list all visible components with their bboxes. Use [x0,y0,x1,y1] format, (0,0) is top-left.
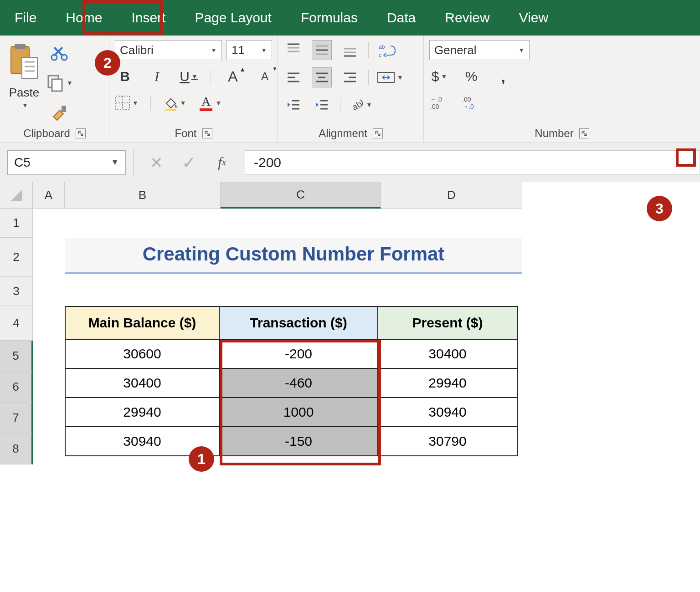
decrease-indent-icon [286,97,301,112]
underline-button[interactable]: U▼ [179,66,199,87]
row-header-4[interactable]: 4 [0,306,33,341]
number-format-combo[interactable]: General ▼ [429,40,530,60]
tab-review[interactable]: Review [430,0,504,36]
increase-decimal-button[interactable]: ←.0.00 [429,93,449,113]
enter-formula-button[interactable]: ✓ [179,153,199,173]
bold-button[interactable]: B [115,66,135,87]
svg-text:c: c [379,52,381,58]
cancel-formula-button[interactable]: ✕ [146,153,166,173]
cell-d6[interactable]: 29940 [378,368,517,398]
align-right-button[interactable] [340,67,360,87]
align-top-icon [286,42,301,58]
font-size-combo[interactable]: 11 ▼ [226,40,272,60]
insert-function-button[interactable]: fx [212,153,232,173]
number-dialog-launcher[interactable] [579,128,589,138]
formula-input[interactable]: -200 [245,150,700,175]
cell-c7[interactable]: 1000 [219,398,378,427]
increase-indent-button[interactable] [312,95,332,115]
align-bottom-button[interactable] [340,40,360,60]
select-all-corner[interactable] [0,182,33,209]
italic-button[interactable]: I [147,66,167,87]
chevron-down-icon: ▼ [366,101,372,108]
column-header-A[interactable]: A [33,182,65,209]
data-table: Main Balance ($)Transaction ($)Present (… [65,306,518,456]
column-header-C[interactable]: C [221,182,381,209]
cell-c8[interactable]: -150 [219,427,378,456]
copy-icon [46,74,65,92]
cell-d7[interactable]: 30940 [378,398,517,427]
row-header-7[interactable]: 7 [0,403,33,434]
grow-font-button[interactable]: A▲ [223,66,243,87]
orientation-button[interactable]: ab▼ [349,95,372,115]
column-header-D[interactable]: D [381,182,522,209]
tab-view[interactable]: View [504,0,563,36]
increase-indent-icon [314,97,329,112]
align-center-button[interactable] [312,67,332,87]
tab-data[interactable]: Data [372,0,430,36]
cell-c5[interactable]: -200 [219,339,378,368]
cell-b8[interactable]: 30940 [65,427,219,456]
align-top-button[interactable] [283,40,304,60]
cell-d8[interactable]: 30790 [378,427,517,456]
currency-label: $ [432,69,439,84]
header-d[interactable]: Present ($) [378,306,517,339]
svg-rect-16 [200,108,212,111]
orientation-icon: ab [349,97,364,112]
worksheet-area[interactable]: Creating Custom Number FormatMain Balanc… [33,209,700,464]
decrease-decimal-button[interactable]: .00→.0 [461,93,481,113]
borders-button[interactable]: ▼ [115,93,139,113]
column-header-B[interactable]: B [65,182,221,209]
svg-rect-10 [62,106,66,112]
cell-b5[interactable]: 30600 [65,339,219,368]
clipboard-dialog-launcher[interactable] [76,128,86,138]
comma-format-button[interactable]: , [493,66,513,87]
wrap-text-button[interactable]: abc [377,40,397,60]
align-middle-button[interactable] [312,40,332,60]
group-label-font: Font [175,127,196,140]
row-header-8[interactable]: 8 [0,434,33,464]
align-right-icon [342,70,358,85]
shrink-font-button[interactable]: A▼ [255,66,275,87]
row-header-5[interactable]: 5 [0,341,33,372]
group-clipboard: Paste ▼ ▼ Clipboard [0,36,109,143]
paste-button[interactable]: Paste ▼ [5,40,43,111]
fill-color-button[interactable]: ▼ [163,93,186,113]
decrease-decimal-icon: .00→.0 [461,95,481,111]
row-headers: 12345678 [0,209,33,464]
copy-button[interactable]: ▼ [46,73,73,93]
tab-insert[interactable]: Insert [117,0,180,36]
format-painter-button[interactable] [50,103,70,123]
row-header-3[interactable]: 3 [0,277,33,306]
row-header-2[interactable]: 2 [0,238,33,277]
percent-format-button[interactable]: % [461,66,481,87]
group-number: General ▼ $▼ % , ←.0.00 .00→.0 Number [424,36,700,143]
row-header-6[interactable]: 6 [0,372,33,403]
align-left-icon [286,70,301,85]
font-color-button[interactable]: A ▼ [198,93,222,113]
tab-page-layout[interactable]: Page Layout [180,0,286,36]
tab-home[interactable]: Home [51,0,117,36]
separator [368,42,369,58]
accounting-format-button[interactable]: $▼ [429,66,449,87]
group-alignment: abc ▼ ab▼ Alignment [278,36,424,143]
cell-c6[interactable]: -460 [219,368,378,398]
column-headers: ABCD [33,182,522,209]
align-left-button[interactable] [283,67,304,87]
name-box[interactable]: C5 ▼ [7,150,126,175]
font-name-combo[interactable]: Calibri ▼ [115,40,222,60]
cell-d5[interactable]: 30400 [378,339,517,368]
decrease-indent-button[interactable] [283,95,304,115]
header-c[interactable]: Transaction ($) [219,306,378,339]
row-header-1[interactable]: 1 [0,209,33,238]
group-label-number: Number [535,127,573,140]
cut-button[interactable] [50,43,70,63]
tab-formulas[interactable]: Formulas [286,0,372,36]
font-dialog-launcher[interactable] [202,128,212,138]
alignment-dialog-launcher[interactable] [373,128,383,138]
bucket-icon [163,95,178,111]
header-b[interactable]: Main Balance ($) [65,306,219,339]
tab-file[interactable]: File [0,0,51,36]
cell-b7[interactable]: 29940 [65,398,219,427]
cell-b6[interactable]: 30400 [65,368,219,398]
merge-center-button[interactable]: ▼ [377,67,403,87]
